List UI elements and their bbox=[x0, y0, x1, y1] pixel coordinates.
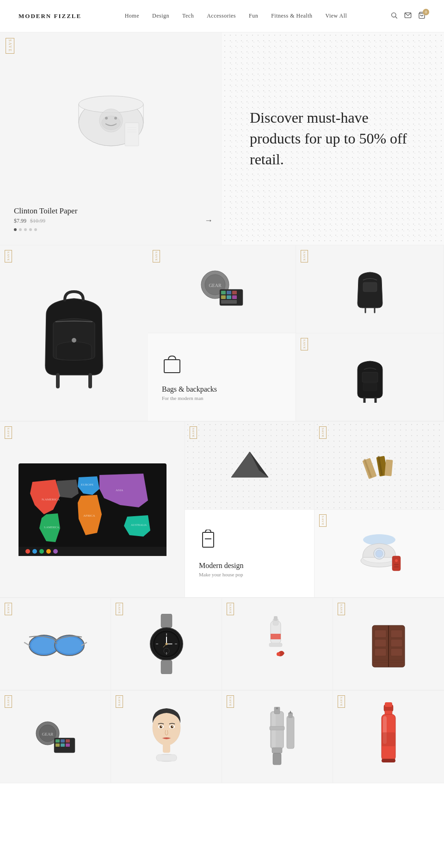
accessories-section: SAVE SAVE bbox=[0, 598, 444, 691]
bottom-section: SAVE GEAR SAVE bbox=[0, 691, 444, 783]
cart-count: 0 bbox=[423, 9, 429, 15]
svg-point-11 bbox=[105, 117, 108, 119]
svg-rect-34 bbox=[363, 383, 377, 391]
product-cell-map[interactable]: SAVE N.AMERICA S.AMERICA EUROPE AFRICA bbox=[0, 422, 185, 598]
geometric-image bbox=[227, 447, 273, 484]
product-price: $7.99 $10.99 bbox=[14, 218, 208, 225]
svg-rect-123 bbox=[156, 755, 177, 761]
product-cell-backpack-sm[interactable]: SAVE bbox=[296, 245, 444, 333]
face-image bbox=[143, 705, 190, 769]
cart-icon[interactable]: 0 bbox=[418, 12, 426, 21]
svg-rect-97 bbox=[375, 639, 386, 647]
svg-rect-128 bbox=[270, 726, 284, 730]
svg-point-10 bbox=[99, 109, 123, 132]
svg-rect-110 bbox=[66, 739, 70, 743]
svg-rect-121 bbox=[163, 743, 170, 753]
hero-tagline: Discover must-have products for up to 50… bbox=[222, 32, 444, 245]
svg-rect-57 bbox=[203, 532, 214, 547]
nav-design[interactable]: Design bbox=[152, 12, 169, 19]
svg-marker-133 bbox=[289, 711, 292, 713]
design-title: Modern design bbox=[199, 562, 243, 570]
product-cell-drill[interactable]: SAVE bbox=[222, 691, 333, 783]
svg-rect-113 bbox=[66, 743, 70, 747]
product-cell-backpack-md[interactable]: SAVE bbox=[296, 333, 444, 421]
main-nav: Home Design Tech Accessories Fun Fitness… bbox=[125, 12, 347, 19]
svg-rect-109 bbox=[61, 739, 65, 743]
dot-3[interactable] bbox=[24, 228, 27, 231]
svg-rect-28 bbox=[363, 282, 377, 292]
product-cell-leather-backpack[interactable]: SAVE bbox=[0, 245, 148, 421]
dot-1[interactable] bbox=[14, 228, 17, 231]
svg-rect-26 bbox=[232, 295, 237, 299]
product-cell-projector[interactable]: SAVE bbox=[314, 510, 444, 598]
product-cell-sunglasses[interactable]: SAVE bbox=[0, 598, 111, 690]
svg-point-48 bbox=[46, 549, 51, 554]
hero-section: SAVE bbox=[0, 32, 444, 245]
svg-point-93 bbox=[277, 652, 280, 656]
bags-sub: For the modern man bbox=[162, 395, 204, 401]
svg-point-85 bbox=[165, 643, 167, 645]
svg-rect-96 bbox=[375, 630, 386, 637]
bottle-image bbox=[375, 702, 402, 772]
svg-rect-108 bbox=[56, 739, 60, 743]
bags-title: Bags & backpacks bbox=[162, 385, 217, 393]
site-logo: MODERN FIZZLE bbox=[18, 12, 81, 20]
svg-rect-25 bbox=[227, 295, 231, 299]
tagline-text: Discover must-have products for up to 50… bbox=[250, 107, 416, 169]
hero-product-info: Clinton Toilet Paper $7.99 $10.99 bbox=[14, 206, 208, 231]
nav-viewall[interactable]: View All bbox=[326, 12, 347, 19]
svg-point-119 bbox=[161, 726, 162, 727]
nav-fun[interactable]: Fun bbox=[249, 12, 258, 19]
site-header: MODERN FIZZLE Home Design Tech Accessori… bbox=[0, 0, 444, 32]
toilet-paper-image bbox=[65, 86, 157, 160]
email-icon[interactable] bbox=[404, 12, 412, 21]
scratch-map-image: N.AMERICA S.AMERICA EUROPE AFRICA ASIA A… bbox=[18, 463, 166, 556]
product-cell-redbottle[interactable]: SAVE bbox=[333, 691, 444, 783]
nav-accessories[interactable]: Accessories bbox=[207, 12, 236, 19]
shoes-image bbox=[254, 616, 301, 672]
svg-text:GEAR: GEAR bbox=[42, 732, 53, 737]
product-cell-pencils[interactable]: SAVE bbox=[314, 422, 444, 510]
techkit2-image: GEAR bbox=[30, 714, 81, 760]
projector-image bbox=[352, 531, 407, 577]
product-cell-geometric[interactable]: SAVE bbox=[185, 422, 314, 510]
svg-rect-67 bbox=[394, 566, 399, 568]
svg-point-120 bbox=[172, 726, 173, 727]
svg-rect-74 bbox=[161, 614, 172, 628]
dot-5[interactable] bbox=[34, 228, 37, 231]
bag-icon bbox=[162, 353, 182, 378]
svg-marker-50 bbox=[231, 452, 268, 477]
nav-tech[interactable]: Tech bbox=[182, 12, 194, 19]
svg-rect-101 bbox=[391, 649, 402, 656]
svg-rect-23 bbox=[232, 291, 237, 294]
svg-rect-32 bbox=[164, 360, 180, 373]
product-cell-wallet[interactable]: SAVE bbox=[333, 598, 444, 690]
dot-2[interactable] bbox=[19, 228, 22, 231]
nav-fitness[interactable]: Fitness & Health bbox=[271, 12, 312, 19]
svg-rect-98 bbox=[375, 649, 386, 656]
leather-backpack-image bbox=[28, 278, 120, 389]
svg-text:N.AMERICA: N.AMERICA bbox=[42, 498, 60, 501]
search-icon[interactable] bbox=[390, 12, 398, 21]
svg-rect-33 bbox=[362, 372, 378, 382]
svg-text:ASIA: ASIA bbox=[116, 488, 123, 492]
hero-product[interactable]: SAVE bbox=[0, 32, 222, 245]
product-cell-redshoes[interactable]: SAVE bbox=[222, 598, 333, 690]
next-arrow[interactable]: → bbox=[204, 216, 213, 225]
svg-text:GEAR: GEAR bbox=[209, 283, 222, 288]
bags-section: SAVE GEAR SAVE SAVE bbox=[0, 245, 444, 422]
product-cell-techkit2[interactable]: SAVE GEAR bbox=[0, 691, 111, 783]
svg-rect-131 bbox=[287, 716, 294, 749]
svg-point-65 bbox=[395, 559, 398, 562]
dot-4[interactable] bbox=[29, 228, 32, 231]
svg-rect-64 bbox=[392, 556, 401, 571]
product-cell-watch[interactable]: SAVE bbox=[111, 598, 222, 690]
nav-home[interactable]: Home bbox=[125, 12, 139, 19]
svg-text:AUSTRALIA: AUSTRALIA bbox=[131, 524, 147, 526]
product-cell-organizer[interactable]: SAVE GEAR bbox=[148, 245, 296, 333]
pencils-image bbox=[358, 450, 400, 482]
design-sub: Make your house pop bbox=[199, 572, 243, 577]
drill-image bbox=[257, 707, 298, 767]
svg-point-117 bbox=[160, 725, 162, 728]
product-cell-face[interactable]: SAVE bbox=[111, 691, 222, 783]
